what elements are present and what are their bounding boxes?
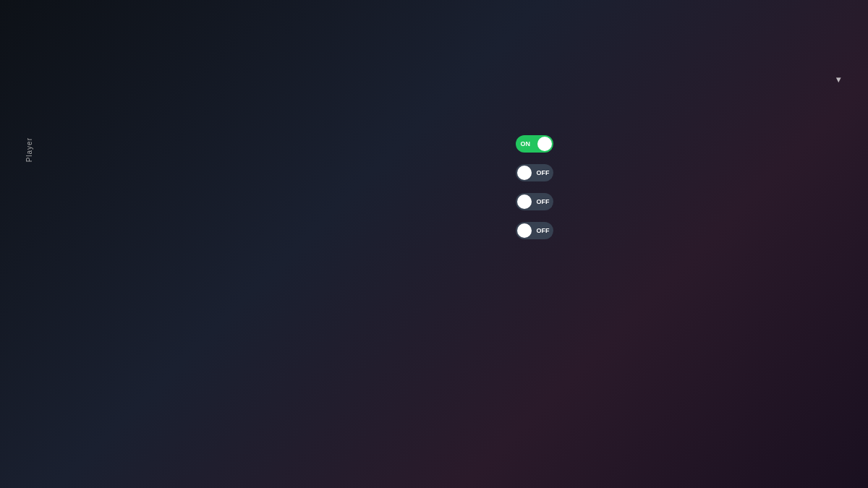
play-chevron-icon: ▾ <box>836 74 841 85</box>
toggle-label: ON <box>521 140 531 147</box>
app-container: Home My games Explore Creators W WeModde… <box>0 0 868 488</box>
background-overlay <box>0 0 868 488</box>
side-tab-label: Player <box>25 137 33 162</box>
toggle-unlimited-health[interactable]: ON <box>516 135 553 153</box>
toggle-knob <box>517 223 532 238</box>
toggle-label: OFF <box>537 198 550 205</box>
toggle-unlimited-mana[interactable]: OFF <box>516 164 553 181</box>
toggle-mega-exp[interactable]: OFF <box>516 222 553 239</box>
toggle-knob <box>517 194 532 209</box>
toggle-knob <box>517 166 532 180</box>
toggle-unlimited-talent[interactable]: OFF <box>516 193 553 210</box>
toggle-knob <box>537 137 552 151</box>
toggle-label: OFF <box>537 169 550 176</box>
toggle-label: OFF <box>537 227 550 234</box>
